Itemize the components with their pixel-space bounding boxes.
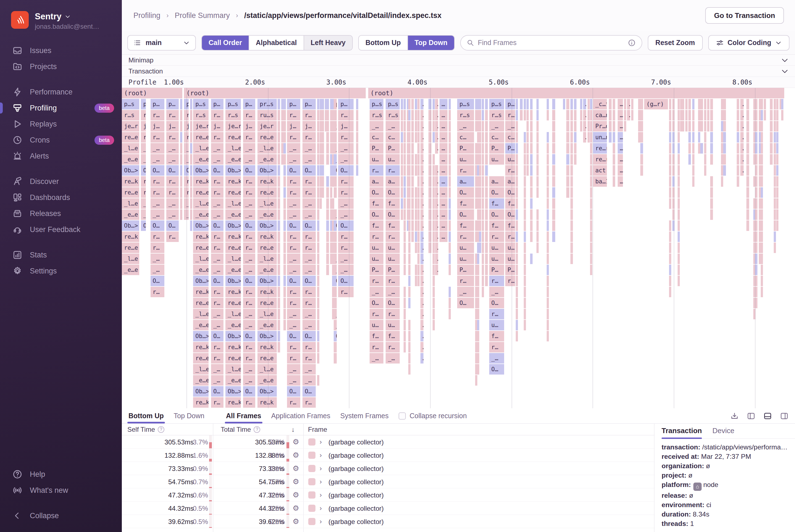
flame-frame[interactable]: r… [302, 231, 316, 242]
flame-frame[interactable] [401, 154, 403, 165]
flame-frame[interactable] [477, 265, 479, 275]
flame-frame[interactable]: f… [385, 198, 399, 209]
flame-frame[interactable] [482, 121, 484, 132]
flame-frame[interactable]: _e…e [258, 375, 277, 386]
flame-frame[interactable]: _e…e [193, 320, 208, 330]
flame-frame[interactable] [317, 309, 319, 319]
flame-frame[interactable] [566, 121, 569, 132]
flame-frame[interactable] [781, 99, 783, 109]
flame-frame[interactable] [411, 121, 414, 132]
flame-frame[interactable]: O… [385, 209, 399, 220]
flame-frame[interactable]: _… [151, 209, 164, 220]
flame-frame[interactable] [688, 154, 691, 165]
layout-dock-right-icon[interactable] [780, 412, 788, 420]
flame-frame[interactable] [283, 276, 286, 286]
flame-frame[interactable]: _e…e [122, 265, 139, 275]
flame-frame[interactable] [408, 353, 411, 363]
flamegraph-canvas[interactable]: (root)(root)(root)p…sr…sje…rre…e_l…e_e…e… [122, 88, 795, 408]
flame-frame[interactable]: r… [385, 309, 399, 319]
flame-frame[interactable] [536, 110, 539, 120]
flame-frame[interactable]: _… [151, 198, 164, 209]
flame-frame[interactable] [411, 221, 414, 231]
flame-frame[interactable]: re…e [193, 353, 208, 363]
flame-frame[interactable]: u… [370, 253, 383, 264]
flame-frame[interactable] [678, 209, 680, 220]
flame-frame[interactable]: re…k [258, 397, 277, 408]
flame-frame[interactable]: r… [141, 110, 146, 120]
flame-frame[interactable] [770, 121, 773, 132]
flame-frame[interactable] [536, 243, 539, 253]
flame-frame[interactable]: r… [151, 287, 164, 297]
flame-frame[interactable] [530, 231, 533, 242]
flame-frame[interactable]: r… [334, 243, 337, 253]
flame-frame[interactable] [401, 132, 403, 142]
flame-frame[interactable]: _… [370, 353, 383, 363]
flame-frame[interactable] [669, 165, 671, 176]
flame-frame[interactable] [417, 187, 420, 198]
flame-frame[interactable] [570, 132, 573, 142]
total-time-header[interactable]: Total Time? [221, 426, 260, 433]
flame-frame[interactable] [547, 243, 549, 253]
flame-frame[interactable]: r… [211, 397, 224, 408]
flame-frame[interactable] [449, 253, 451, 264]
flame-frame[interactable] [570, 99, 573, 109]
flame-frame[interactable]: O… [151, 276, 164, 286]
flame-frame[interactable] [590, 253, 592, 264]
flame-frame[interactable]: f… [489, 198, 504, 209]
flame-frame[interactable]: p…s [370, 99, 383, 109]
flame-frame[interactable] [449, 221, 451, 231]
flame-frame[interactable] [776, 209, 778, 220]
flame-frame[interactable] [317, 187, 319, 198]
flame-frame[interactable]: O… [489, 298, 504, 308]
flame-frame[interactable]: u… [505, 154, 515, 165]
flame-frame[interactable]: O… [457, 187, 474, 198]
flame-frame[interactable] [547, 176, 549, 187]
flame-frame[interactable]: _… [151, 253, 164, 264]
flame-frame[interactable] [356, 110, 358, 120]
flame-frame[interactable] [482, 165, 484, 176]
flame-frame[interactable]: _… [243, 309, 255, 319]
flame-frame[interactable]: _… [505, 121, 515, 132]
frame-header[interactable]: Frame [308, 426, 327, 433]
flame-frame[interactable]: O… [166, 165, 179, 176]
flame-frame[interactable]: _… [166, 209, 179, 220]
flame-frame[interactable] [524, 176, 526, 187]
flame-frame[interactable] [590, 176, 592, 187]
flame-frame[interactable] [530, 165, 533, 176]
flame-frame[interactable]: … [583, 121, 586, 132]
flame-frame[interactable] [433, 287, 435, 297]
flame-frame[interactable]: r…s [193, 110, 208, 120]
flame-frame[interactable] [433, 110, 435, 120]
flame-frame[interactable]: _l…e [122, 143, 139, 154]
flame-frame[interactable]: … [435, 110, 438, 120]
flame-frame[interactable]: _… [141, 198, 146, 209]
flame-frame[interactable] [408, 121, 411, 132]
frame-table-row[interactable]: 54.75ms0.7%54.75ms0.7%⚙›(garbage collect… [122, 475, 654, 488]
flame-frame[interactable] [761, 253, 763, 264]
flame-frame[interactable] [408, 253, 411, 264]
flame-frame[interactable]: r… [338, 243, 353, 253]
flame-frame[interactable] [774, 176, 776, 187]
flame-frame[interactable] [429, 154, 432, 165]
flame-frame[interactable] [698, 143, 700, 154]
flame-frame[interactable] [326, 253, 329, 264]
flame-frame[interactable] [516, 132, 518, 142]
flame-frame[interactable]: r… [334, 353, 337, 363]
flame-frame[interactable] [570, 121, 573, 132]
flame-frame[interactable] [281, 154, 283, 165]
flame-frame[interactable] [737, 99, 739, 109]
flame-frame[interactable]: _… [302, 364, 316, 375]
flame-frame[interactable] [524, 110, 526, 120]
flame-frame[interactable]: _… [243, 143, 255, 154]
flame-frame[interactable] [479, 176, 481, 187]
flame-frame[interactable] [278, 309, 280, 319]
flame-frame[interactable]: re…e [258, 353, 277, 363]
flame-frame[interactable] [485, 99, 488, 109]
flame-frame[interactable]: a… [385, 176, 399, 187]
flame-frame[interactable]: _e…e [258, 320, 277, 330]
flame-frame[interactable]: r… [180, 176, 182, 187]
flame-frame[interactable]: _… [243, 154, 255, 165]
flame-frame[interactable] [485, 176, 488, 187]
flame-frame[interactable] [401, 99, 403, 109]
flame-frame[interactable] [482, 187, 484, 198]
